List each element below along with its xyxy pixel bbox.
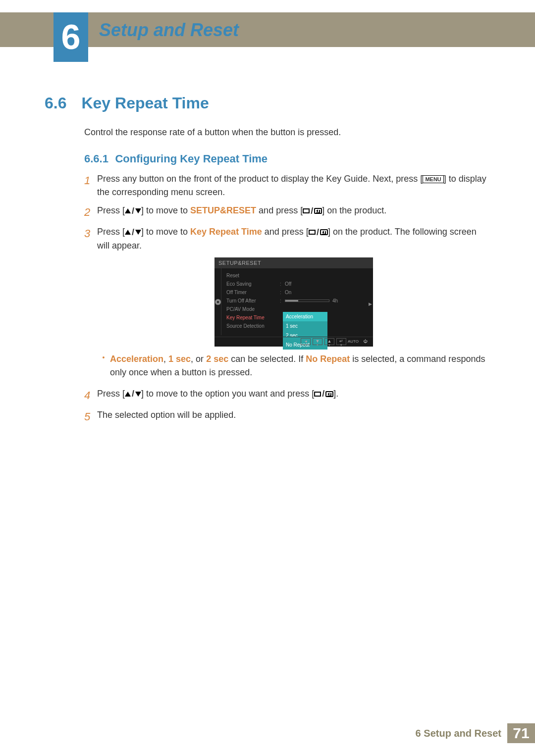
step-5: 5 The selected option will be applied. (84, 408, 490, 425)
osd-dropdown-option: 1 sec (283, 321, 327, 331)
step-body: Press [/] to move to the option you want… (97, 387, 490, 403)
step-body: Press [/] to move to Key Repeat Time and… (97, 225, 490, 382)
osd-row-label: Key Repeat Time (226, 314, 280, 321)
section-number: 6.6 (45, 94, 79, 112)
osd-row-label: Source Detection (226, 322, 280, 330)
step-number: 5 (84, 408, 97, 425)
osd-slider-value: 4h (332, 297, 338, 304)
up-down-arrows-icon: / (125, 387, 141, 401)
text: ] to move to the option you want and pre… (141, 389, 314, 399)
menu-button-icon: MENU (423, 175, 443, 183)
highlight: Key Repeat Time (190, 227, 262, 237)
step-body: Press any button on the front of the pro… (97, 172, 490, 199)
osd-enter-icon: ↵▾ (336, 338, 346, 345)
footer-page-number: 71 (507, 723, 535, 743)
osd-colon: : (280, 289, 285, 296)
osd-screenshot: SETUP&RESET ▶ ResetEco Saving:OffOff Tim… (214, 257, 373, 347)
text: Press any button on the front of the pro… (97, 174, 423, 184)
text: and press [ (256, 205, 303, 215)
highlight: No Repeat (306, 354, 350, 364)
osd-row: Eco Saving:Off (226, 280, 373, 288)
osd-dropdown-option: Acceleration (283, 312, 327, 321)
right-arrow-icon: ▶ (369, 301, 372, 308)
step-number: 4 (84, 387, 97, 403)
osd-row-label: Reset (226, 272, 280, 279)
step-number: 1 (84, 172, 97, 199)
source-enter-icon: / (303, 204, 322, 218)
highlight: SETUP&RESET (190, 205, 256, 215)
chapter-number-box: 6 (54, 12, 88, 62)
section-title: Key Repeat Time (81, 94, 209, 112)
osd-up-icon: ▲▾ (324, 338, 334, 345)
subsection-heading: 6.6.1 Configuring Key Repeat Time (84, 152, 490, 165)
step-number: 2 (84, 204, 97, 220)
footer-chapter-label: 6 Setup and Reset (416, 728, 501, 739)
step-3: 3 Press [/] to move to Key Repeat Time a… (84, 225, 490, 382)
source-enter-icon: / (314, 387, 333, 401)
osd-auto-icon: AUTO (348, 338, 358, 345)
step-body: The selected option will be applied. (97, 408, 490, 425)
text: , (163, 354, 168, 364)
step-2: 2 Press [/] to move to SETUP&RESET and p… (84, 204, 490, 220)
section-intro: Control the response rate of a button wh… (84, 127, 490, 138)
text: can be selected. If (228, 354, 306, 364)
svg-point-1 (217, 301, 219, 303)
text: Press [ (97, 205, 125, 215)
text: ]. (333, 389, 338, 399)
osd-rows: ▶ ResetEco Saving:OffOff Timer:OnTurn Of… (221, 268, 373, 335)
text: Press [ (97, 227, 125, 237)
bullet-body: Acceleration, 1 sec, or 2 sec can be sel… (110, 353, 490, 379)
chapter-title: Setup and Reset (99, 20, 239, 41)
page-footer: 6 Setup and Reset 71 (416, 723, 535, 743)
osd-down-icon: ▼▾ (313, 338, 322, 345)
bullet-item: • Acceleration, 1 sec, or 2 sec can be s… (97, 353, 490, 379)
osd-row-label: Turn Off After (226, 297, 280, 304)
step-1: 1 Press any button on the front of the p… (84, 172, 490, 199)
text: Press [ (97, 389, 125, 399)
osd-sidebar (214, 268, 221, 335)
up-down-arrows-icon: / (125, 226, 141, 239)
subsection-number: 6.6.1 (84, 152, 113, 165)
step-number: 3 (84, 225, 97, 382)
osd-colon: : (280, 297, 285, 304)
text: ] to move to (141, 205, 190, 215)
osd-slider (285, 300, 329, 302)
bullet-dot-icon: • (97, 353, 110, 379)
step-body: Press [/] to move to SETUP&RESET and pre… (97, 204, 490, 220)
section-heading: 6.6 Key Repeat Time (45, 94, 490, 112)
highlight: 2 sec (206, 354, 228, 364)
highlight: Acceleration (110, 354, 163, 364)
text: , or (191, 354, 206, 364)
text: and press [ (262, 227, 309, 237)
osd-power-icon: ⏻ (360, 338, 370, 345)
osd-row: Off Timer:On (226, 288, 373, 297)
osd-title: SETUP&RESET (214, 257, 373, 269)
highlight: 1 sec (168, 354, 191, 364)
step-4: 4 Press [/] to move to the option you wa… (84, 387, 490, 403)
gear-icon (214, 298, 222, 306)
source-enter-icon: / (309, 226, 328, 239)
text: ] to move to (141, 227, 190, 237)
osd-row: Turn Off After:4h (226, 297, 373, 305)
up-down-arrows-icon: / (125, 204, 141, 218)
osd-row-value: Off (285, 280, 291, 288)
osd-back-icon: ◂▾ (301, 338, 311, 345)
osd-row: Reset (226, 271, 373, 280)
osd-row-value: On (285, 289, 291, 296)
steps-list: 1 Press any button on the front of the p… (84, 172, 490, 430)
osd-row-label: Eco Saving (226, 280, 280, 288)
text: ] on the product. (322, 205, 386, 215)
osd-colon: : (280, 280, 285, 288)
osd-row-label: Off Timer (226, 289, 280, 296)
osd-footer: ◂▾ ▼▾ ▲▾ ↵▾ AUTO ⏻ (214, 337, 373, 347)
osd-row-label: PC/AV Mode (226, 305, 280, 313)
subsection-title: Configuring Key Repeat Time (115, 152, 268, 165)
